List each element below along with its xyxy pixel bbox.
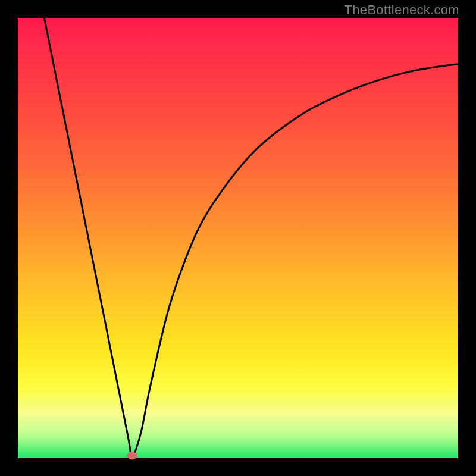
bottleneck-curve bbox=[18, 18, 458, 458]
minimum-marker bbox=[127, 452, 137, 460]
plot-area bbox=[18, 18, 458, 458]
chart-frame: TheBottleneck.com bbox=[0, 0, 476, 476]
attribution-text: TheBottleneck.com bbox=[345, 2, 459, 18]
